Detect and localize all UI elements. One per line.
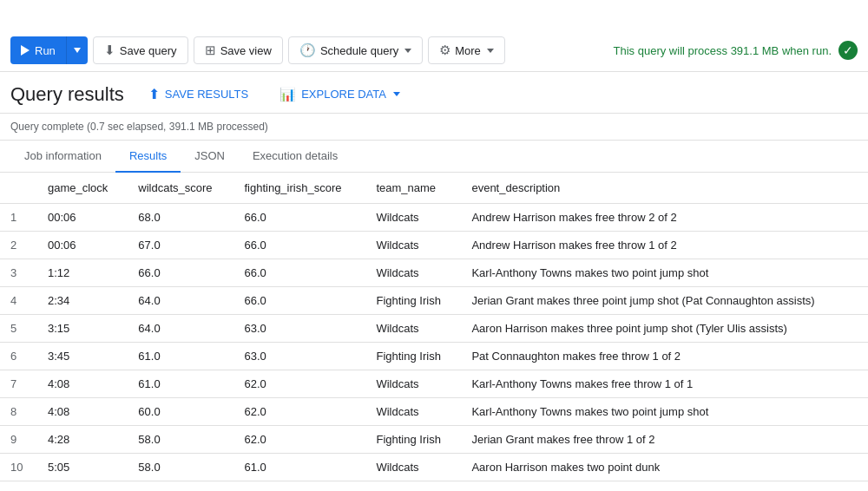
more-button[interactable]: ⚙ More [428,36,505,64]
cell-8-2: 58.0 [128,426,233,454]
save-view-label: Save view [220,44,272,57]
save-query-button[interactable]: ⬇ Save query [93,36,188,64]
cell-4-0: 5 [0,315,37,343]
save-query-label: Save query [120,44,177,57]
cell-3-1: 2:34 [37,287,128,315]
cell-8-4: Fighting Irish [365,426,461,454]
save-query-icon: ⬇ [104,43,115,58]
success-icon: ✓ [838,41,858,60]
save-results-icon: ⬆ [148,86,160,102]
col-team-name: team_name [365,173,461,204]
cell-5-3: 63.0 [233,343,365,370]
table-row: 200:0667.066.0WildcatsAndrew Harrison ma… [0,232,868,259]
cell-4-2: 64.0 [128,315,233,343]
save-results-label: SAVE RESULTS [165,88,248,101]
tab-execution-details[interactable]: Execution details [239,141,352,173]
table-row: 94:2858.062.0Fighting IrishJerian Grant … [0,426,868,454]
schedule-query-label: Schedule query [320,44,398,57]
col-row [0,173,37,204]
cell-4-1: 3:15 [37,315,128,343]
cell-2-2: 66.0 [128,259,233,287]
process-message-text: This query will process 391.1 MB when ru… [614,44,832,57]
cell-9-2: 58.0 [128,454,233,481]
results-table-container: game_clock wildcats_score fighting_irish… [0,173,868,481]
cell-6-0: 7 [0,370,37,398]
cell-0-0: 1 [0,204,37,232]
cell-3-3: 66.0 [233,287,365,315]
table-row: 42:3464.066.0Fighting IrishJerian Grant … [0,287,868,315]
tab-job-information[interactable]: Job information [10,141,115,173]
results-header: Query results ⬆ SAVE RESULTS 📊 EXPLORE D… [0,72,868,114]
col-event-description: event_description [461,173,868,204]
cell-9-5: Aaron Harrison makes two point dunk [461,454,868,481]
results-table: game_clock wildcats_score fighting_irish… [0,173,868,481]
explore-data-button[interactable]: 📊 EXPLORE DATA [273,83,407,106]
status-bar: Query complete (0.7 sec elapsed, 391.1 M… [0,114,868,141]
cell-0-3: 66.0 [233,204,365,232]
toolbar: Run ⬇ Save query ⊞ Save view 🕐 Schedule … [0,29,868,72]
cell-7-0: 8 [0,398,37,426]
cell-1-3: 66.0 [233,232,365,259]
tab-results[interactable]: Results [115,141,181,173]
schedule-dropdown-icon [404,49,411,53]
cell-2-5: Karl-Anthony Towns makes two point jump … [461,259,868,287]
col-game-clock: game_clock [37,173,128,204]
cell-0-2: 68.0 [128,204,233,232]
cell-6-2: 61.0 [128,370,233,398]
save-view-button[interactable]: ⊞ Save view [194,36,283,64]
more-label: More [455,44,481,57]
cell-6-5: Karl-Anthony Towns makes free throw 1 of… [461,370,868,398]
tab-json[interactable]: JSON [181,141,239,173]
cell-8-0: 9 [0,426,37,454]
table-row: 105:0558.061.0WildcatsAaron Harrison mak… [0,454,868,481]
save-results-button[interactable]: ⬆ SAVE RESULTS [141,82,255,106]
save-view-icon: ⊞ [205,43,216,58]
cell-0-4: Wildcats [365,204,461,232]
cell-7-4: Wildcats [365,398,461,426]
cell-4-5: Aaron Harrison makes three point jump sh… [461,315,868,343]
run-button-group: Run [10,36,88,64]
cell-7-5: Karl-Anthony Towns makes two point jump … [461,398,868,426]
cell-1-1: 00:06 [37,232,128,259]
cell-7-3: 62.0 [233,398,365,426]
status-message: Query complete (0.7 sec elapsed, 391.1 M… [10,121,268,133]
schedule-icon: 🕐 [299,43,316,58]
cell-9-4: Wildcats [365,454,461,481]
cell-1-4: Wildcats [365,232,461,259]
cell-2-4: Wildcats [365,259,461,287]
explore-data-icon: 📊 [279,87,296,102]
cell-2-3: 66.0 [233,259,365,287]
query-results-title: Query results [10,83,124,106]
cell-8-1: 4:28 [37,426,128,454]
cell-4-4: Wildcats [365,315,461,343]
table-row: 100:0668.066.0WildcatsAndrew Harrison ma… [0,204,868,232]
cell-6-3: 62.0 [233,370,365,398]
col-fighting-irish-score: fighting_irish_score [233,173,365,204]
cell-4-3: 63.0 [233,315,365,343]
cell-3-4: Fighting Irish [365,287,461,315]
run-button[interactable]: Run [10,36,66,64]
cell-3-0: 4 [0,287,37,315]
schedule-query-button[interactable]: 🕐 Schedule query [288,36,423,64]
table-row: 53:1564.063.0WildcatsAaron Harrison make… [0,315,868,343]
table-row: 31:1266.066.0WildcatsKarl-Anthony Towns … [0,259,868,287]
cell-8-3: 62.0 [233,426,365,454]
cell-0-1: 00:06 [37,204,128,232]
cell-2-0: 3 [0,259,37,287]
table-row: 63:4561.063.0Fighting IrishPat Connaught… [0,343,868,370]
run-dropdown-button[interactable] [66,36,88,64]
cell-7-1: 4:08 [37,398,128,426]
chevron-down-icon [74,48,81,53]
cell-6-4: Wildcats [365,370,461,398]
cell-9-1: 5:05 [37,454,128,481]
cell-0-5: Andrew Harrison makes free throw 2 of 2 [461,204,868,232]
cell-5-0: 6 [0,343,37,370]
cell-1-0: 2 [0,232,37,259]
cell-3-5: Jerian Grant makes three point jump shot… [461,287,868,315]
cell-3-2: 64.0 [128,287,233,315]
cell-5-1: 3:45 [37,343,128,370]
explore-data-label: EXPLORE DATA [301,88,386,101]
cell-7-2: 60.0 [128,398,233,426]
table-header-row: game_clock wildcats_score fighting_irish… [0,173,868,204]
cell-8-5: Jerian Grant makes free throw 1 of 2 [461,426,868,454]
